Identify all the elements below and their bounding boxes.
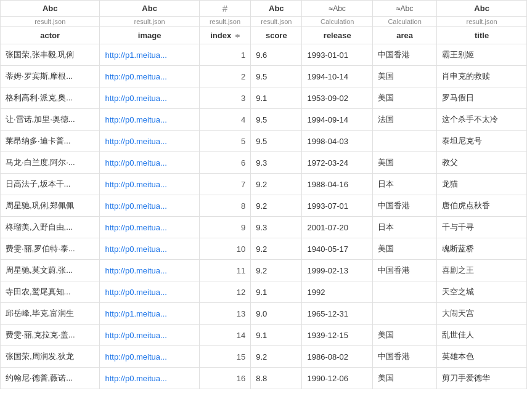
cell-image: http://p0.meitua... (100, 238, 199, 260)
cell-actor: 约翰尼·德普,薇诺... (1, 368, 100, 389)
cell-area: 中国香港 (373, 260, 437, 281)
cell-area: 美国 (373, 238, 437, 260)
cell-image: http://p0.meitua... (100, 152, 199, 174)
cell-index: 6 (199, 152, 250, 174)
cell-title: 唐伯虎点秋香 (437, 195, 527, 217)
cell-index: 1 (199, 44, 250, 66)
cell-title: 喜剧之王 (437, 260, 527, 281)
cell-image: http://p0.meitua... (100, 131, 199, 152)
cell-index: 14 (199, 325, 250, 346)
cell-score: 9.5 (251, 66, 302, 87)
col-source-image: result.json (100, 17, 199, 27)
cell-image: http://p1.meitua... (100, 303, 199, 325)
cell-index: 3 (199, 87, 250, 109)
col-header-score[interactable]: score (251, 27, 302, 44)
cell-title: 霸王别姬 (437, 44, 527, 66)
cell-release: 2001-07-20 (302, 217, 373, 238)
cell-release: 1993-01-01 (302, 44, 373, 66)
cell-area (373, 303, 437, 325)
cell-score: 9.1 (251, 87, 302, 109)
cell-title: 天空之城 (437, 281, 527, 303)
col-source-actor: result.json (1, 17, 100, 27)
cell-image: http://p0.meitua... (100, 66, 199, 87)
col-header-index[interactable]: index ≑ (199, 27, 250, 44)
cell-index: 4 (199, 109, 250, 131)
table-row: 约翰尼·德普,薇诺...http://p0.meitua...168.81990… (1, 368, 527, 389)
table-row: 马龙·白兰度,阿尔·...http://p0.meitua...69.31972… (1, 152, 527, 174)
cell-score: 9.1 (251, 325, 302, 346)
cell-release: 1972-03-24 (302, 152, 373, 174)
cell-index: 15 (199, 346, 250, 368)
cell-image: http://p0.meitua... (100, 87, 199, 109)
cell-score: 9.2 (251, 195, 302, 217)
cell-image: http://p0.meitua... (100, 281, 199, 303)
cell-actor: 蒂姆·罗宾斯,摩根... (1, 66, 100, 87)
table-row: 格利高利·派克,奥...http://p0.meitua...39.11953-… (1, 87, 527, 109)
cell-score: 9.2 (251, 260, 302, 281)
cell-actor: 张国荣,周润发,狄龙 (1, 346, 100, 368)
cell-area: 法国 (373, 109, 437, 131)
cell-actor: 费雯·丽,罗伯特·泰... (1, 238, 100, 260)
cell-release: 1939-12-15 (302, 325, 373, 346)
table-row: 张国荣,张丰毅,巩俐http://p1.meitua...19.61993-01… (1, 44, 527, 66)
cell-release: 1965-12-31 (302, 303, 373, 325)
col-source-index: result.json (199, 17, 250, 27)
cell-release: 1992 (302, 281, 373, 303)
cell-image: http://p0.meitua... (100, 346, 199, 368)
data-table: AbcAbc#Abc≈Abc≈AbcAbcresult.jsonresult.j… (0, 0, 527, 389)
table-row: 蒂姆·罗宾斯,摩根...http://p0.meitua...29.51994-… (1, 66, 527, 87)
cell-area: 美国 (373, 325, 437, 346)
col-type-image: Abc (100, 1, 199, 17)
cell-image: http://p0.meitua... (100, 109, 199, 131)
cell-title: 泰坦尼克号 (437, 131, 527, 152)
col-type-title: Abc (437, 1, 527, 17)
cell-title: 乱世佳人 (437, 325, 527, 346)
cell-index: 13 (199, 303, 250, 325)
col-source-area: Calculation (373, 17, 437, 27)
cell-title: 千与千寻 (437, 217, 527, 238)
cell-score: 9.2 (251, 346, 302, 368)
cell-score: 8.8 (251, 368, 302, 389)
col-header-title[interactable]: title (437, 27, 527, 44)
table-row: 莱昂纳多·迪卡普...http://p0.meitua...59.51998-0… (1, 131, 527, 152)
cell-area (373, 131, 437, 152)
cell-title: 魂断蓝桥 (437, 238, 527, 260)
cell-title: 这个杀手不太冷 (437, 109, 527, 131)
col-header-actor[interactable]: actor (1, 27, 100, 44)
cell-index: 16 (199, 368, 250, 389)
col-type-index: # (199, 1, 250, 17)
table-row: 让·雷诺,加里·奥德...http://p0.meitua...49.51994… (1, 109, 527, 131)
cell-title: 教父 (437, 152, 527, 174)
cell-release: 1994-09-14 (302, 109, 373, 131)
cell-index: 2 (199, 66, 250, 87)
cell-image: http://p0.meitua... (100, 325, 199, 346)
table-row: 日高法子,坂本千...http://p0.meitua...79.21988-0… (1, 174, 527, 195)
cell-actor: 费雯·丽,克拉克·盖... (1, 325, 100, 346)
cell-area: 日本 (373, 217, 437, 238)
cell-area: 美国 (373, 87, 437, 109)
col-source-release: Calculation (302, 17, 373, 27)
cell-release: 1986-08-02 (302, 346, 373, 368)
cell-title: 大闹天宫 (437, 303, 527, 325)
col-type-release: ≈Abc (302, 1, 373, 17)
col-type-area: ≈Abc (373, 1, 437, 17)
cell-title: 肖申克的救赎 (437, 66, 527, 87)
col-header-area[interactable]: area (373, 27, 437, 44)
cell-index: 12 (199, 281, 250, 303)
cell-area: 日本 (373, 174, 437, 195)
cell-actor: 日高法子,坂本千... (1, 174, 100, 195)
col-header-image[interactable]: image (100, 27, 199, 44)
cell-index: 9 (199, 217, 250, 238)
col-header-release[interactable]: release (302, 27, 373, 44)
cell-area: 中国香港 (373, 346, 437, 368)
cell-index: 11 (199, 260, 250, 281)
cell-image: http://p0.meitua... (100, 195, 199, 217)
cell-actor: 柊瑠美,入野自由,... (1, 217, 100, 238)
cell-score: 9.1 (251, 281, 302, 303)
cell-actor: 张国荣,张丰毅,巩俐 (1, 44, 100, 66)
cell-actor: 让·雷诺,加里·奥德... (1, 109, 100, 131)
cell-release: 1993-07-01 (302, 195, 373, 217)
cell-area: 美国 (373, 152, 437, 174)
cell-score: 9.3 (251, 152, 302, 174)
cell-score: 9.5 (251, 109, 302, 131)
